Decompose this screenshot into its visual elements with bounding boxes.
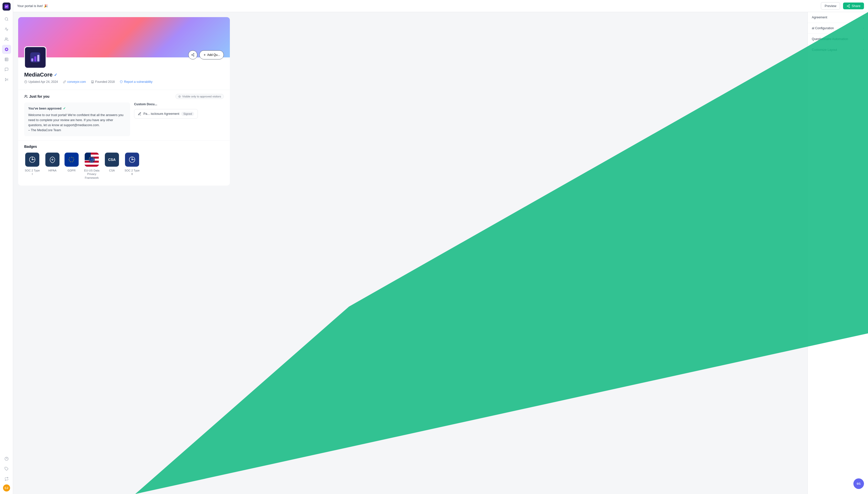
company-name: MediaCore ✓	[24, 72, 224, 78]
svg-point-33	[32, 159, 33, 160]
approval-title: You've been approved ✓	[28, 106, 126, 111]
share-profile-button[interactable]	[188, 50, 197, 59]
badge-soc2-type1[interactable]: SOC 2 Type I	[24, 153, 40, 179]
just-for-you-section: Just for you Visible only to approved vi…	[18, 90, 230, 140]
badges-row: SOC 2 Type I HIPAA	[24, 153, 224, 179]
badges-title: Badges	[24, 145, 224, 149]
badge-soc2-type2[interactable]: SOC 2 Type II	[124, 153, 140, 179]
nda-document[interactable]: Pa... isclosure Agreement Signed	[134, 109, 198, 119]
users-icon	[24, 95, 28, 98]
share-icon	[847, 4, 850, 8]
svg-rect-53	[85, 165, 99, 167]
portal-card: Add Qu... MediaCore ✓ Updated Apr 24, 20…	[18, 17, 230, 186]
svg-point-2	[5, 38, 6, 39]
badge-label: EU-US Data Privacy Framework	[84, 169, 100, 179]
shield-icon	[120, 80, 123, 83]
sidebar-item-search[interactable]	[2, 15, 11, 24]
svg-point-64	[89, 157, 90, 158]
founded-year: Founded 2018	[91, 80, 115, 83]
svg-point-60	[92, 161, 93, 162]
badge-csa[interactable]: CSA CSA	[105, 153, 119, 179]
panel-item-agreement[interactable]: Agreement ‹	[808, 12, 868, 23]
company-logo	[24, 46, 47, 69]
signed-badge: Signed	[181, 112, 194, 116]
badge-label: CSA	[109, 169, 115, 172]
sidebar: CJ	[0, 0, 13, 494]
portal-area: Add Qu... MediaCore ✓ Updated Apr 24, 20…	[13, 12, 808, 494]
pen-icon	[138, 112, 141, 116]
sidebar-item-transfers[interactable]	[2, 474, 11, 483]
sidebar-item-portal[interactable]	[2, 45, 11, 54]
svg-point-66	[131, 159, 133, 160]
soc2-type2-icon	[125, 153, 139, 167]
share-button[interactable]: Share	[843, 2, 864, 9]
csa-icon: CSA	[105, 153, 119, 167]
sidebar-item-users[interactable]	[2, 35, 11, 44]
updated-date: Updated Apr 24, 2024	[24, 80, 58, 83]
section-header: Just for you Visible only to approved vi…	[24, 94, 224, 99]
approval-box: You've been approved ✓ Welcome to our tr…	[24, 102, 130, 136]
badge-label: SOC 2 Type II	[124, 169, 140, 176]
panel-item-customize-layout[interactable]: Customize Layout ‹	[808, 44, 868, 55]
visibility-badge: Visible only to approved visitors	[176, 94, 224, 99]
badge-gdpr[interactable]: GDPR	[65, 153, 79, 179]
svg-point-57	[93, 157, 93, 158]
svg-point-5	[6, 49, 7, 50]
panel-item-portal-config[interactable]: al Configuration ‹	[808, 23, 868, 34]
svg-rect-52	[85, 163, 99, 165]
svg-point-23	[193, 55, 194, 56]
badge-eu-us[interactable]: EU-US Data Privacy Framework	[84, 153, 100, 179]
sidebar-item-analytics[interactable]	[2, 25, 11, 34]
report-vulnerability[interactable]: Report a vulnerability	[120, 80, 152, 83]
eye-icon	[178, 95, 181, 98]
badge-hipaa[interactable]: HIPAA	[46, 153, 59, 179]
panel-item-questionnaire-auto[interactable]: Questionnaire Automation ‹	[808, 34, 868, 44]
badge-label: SOC 2 Type I	[24, 169, 40, 176]
svg-line-15	[848, 6, 849, 6]
svg-point-59	[93, 160, 94, 161]
badge-label: GDPR	[68, 169, 76, 172]
preview-button[interactable]: Preview	[821, 2, 840, 10]
sidebar-item-help[interactable]	[2, 454, 11, 463]
svg-point-61	[90, 161, 91, 162]
user-avatar[interactable]: CJ	[3, 484, 10, 492]
svg-line-24	[192, 55, 193, 56]
website-link[interactable]: conveyor.com	[63, 80, 86, 83]
svg-point-40	[72, 162, 72, 162]
svg-point-14	[849, 6, 850, 7]
chat-button[interactable]: 0/1	[853, 478, 864, 489]
svg-rect-20	[37, 55, 39, 61]
svg-point-37	[73, 157, 73, 158]
svg-point-30	[25, 95, 26, 96]
add-quest-label: Add Qu...	[207, 53, 220, 57]
svg-point-31	[179, 96, 180, 97]
svg-point-36	[71, 157, 72, 157]
svg-point-1	[5, 18, 8, 20]
main-area: Your portal is live! 🎉 Preview Share	[13, 0, 868, 494]
svg-point-58	[93, 159, 94, 159]
sidebar-item-media[interactable]	[2, 75, 11, 84]
svg-point-42	[69, 160, 70, 161]
svg-point-41	[70, 162, 71, 162]
hipaa-icon	[46, 153, 59, 167]
svg-rect-6	[5, 58, 8, 61]
svg-marker-7	[5, 78, 7, 81]
add-questionnaire-button[interactable]: Add Qu...	[199, 50, 224, 59]
eu-us-icon	[85, 153, 99, 167]
share-label: Share	[852, 4, 861, 8]
verified-icon: ✓	[54, 73, 57, 77]
building-icon	[91, 80, 94, 83]
badges-section: Badges SOC 2 Type I	[18, 140, 230, 186]
chevron-icon: ‹	[863, 48, 864, 52]
svg-point-21	[193, 53, 194, 54]
profile-section: Add Qu... MediaCore ✓ Updated Apr 24, 20…	[18, 46, 230, 90]
sidebar-item-messages[interactable]	[2, 65, 11, 74]
badge-label: HIPAA	[48, 169, 56, 172]
sidebar-item-table[interactable]	[2, 55, 11, 64]
svg-point-12	[849, 4, 850, 5]
sidebar-item-tags[interactable]	[2, 464, 11, 473]
chevron-icon: ‹	[863, 26, 864, 30]
svg-point-38	[74, 159, 74, 159]
app-logo[interactable]	[2, 2, 11, 11]
svg-rect-19	[34, 56, 36, 61]
